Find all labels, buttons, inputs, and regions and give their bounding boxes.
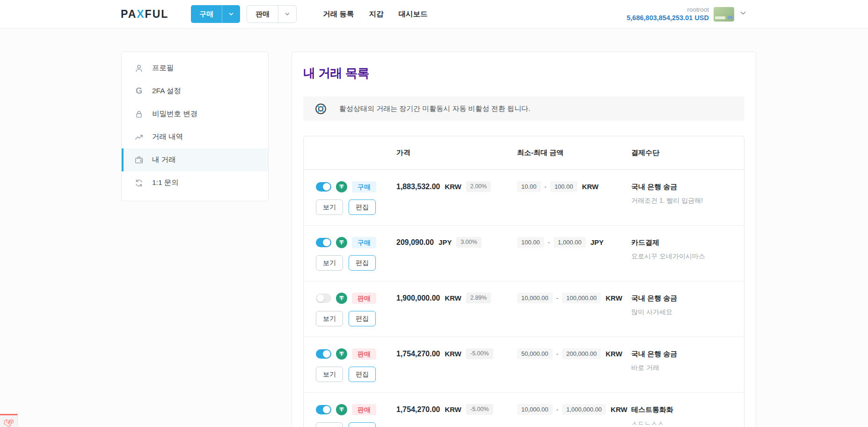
toggle-knob <box>323 239 330 246</box>
offer-range-currency: KRW <box>582 183 599 191</box>
column-header-range: 최소-최대 금액 <box>517 148 631 157</box>
offer-type-badge: 판매 <box>352 404 376 415</box>
main-nav: 거래 등록 지갑 대시보드 <box>323 9 427 19</box>
offer-type-badge: 판매 <box>352 348 376 360</box>
view-button[interactable]: 보기 <box>316 311 343 326</box>
offer-row: 구매 보기 편집 209,090.00 JPY 3.00% 100.00 - 1… <box>304 226 744 281</box>
offer-desc: 많이 사가세요 <box>631 308 735 316</box>
offer-price: 209,090.00 <box>396 238 434 247</box>
account-username: rootroot <box>627 6 709 14</box>
offer-max-amount: 200,000.00 <box>562 348 601 359</box>
sidebar-item-label: 프로필 <box>152 63 174 73</box>
offer-payment-method: 테스트통화화 <box>631 403 735 416</box>
offer-min-amount: 100.00 <box>517 237 544 248</box>
nav-wallet[interactable]: 지갑 <box>369 9 384 19</box>
edit-button[interactable]: 편집 <box>349 199 376 215</box>
sidebar-item-label: 비밀번호 변경 <box>152 109 197 119</box>
lock-icon <box>133 109 145 120</box>
offer-desc: 거래조건 1. 빨리 입금해! <box>631 196 735 205</box>
offer-active-toggle[interactable] <box>316 238 331 247</box>
offer-margin-percent: -5.00% <box>466 348 493 359</box>
view-button[interactable]: 보기 <box>316 422 343 427</box>
offer-payment-method: 국내 은행 송금 <box>631 292 735 304</box>
edit-button[interactable]: 편집 <box>349 367 376 382</box>
range-dash: - <box>556 350 558 357</box>
offer-active-toggle[interactable] <box>316 294 331 303</box>
sidebar-item-profile[interactable]: 프로필 <box>122 57 268 80</box>
view-button[interactable]: 보기 <box>316 199 343 215</box>
range-dash: - <box>548 239 550 246</box>
sidebar-item-label: 2FA 설정 <box>152 86 181 96</box>
chevron-down-icon <box>228 11 234 17</box>
offer-price: 1,900,000.00 <box>396 294 440 302</box>
offer-row: 판매 보기 편집 1,900,000.00 KRW 2.89% 10,000.0… <box>304 281 744 337</box>
offer-active-toggle[interactable] <box>316 182 331 191</box>
debugbar-toggle[interactable] <box>0 414 18 427</box>
sidebar-item-2fa[interactable]: G 2FA 설정 <box>122 80 268 103</box>
laravel-icon <box>3 418 15 427</box>
offer-margin-percent: 3.00% <box>456 237 481 248</box>
wallet-icon <box>133 155 145 166</box>
range-dash: - <box>556 294 558 302</box>
sidebar-item-inquiry[interactable]: 1:1 문의 <box>122 171 268 194</box>
buy-button-label[interactable]: 구매 <box>191 5 222 23</box>
nav-create-offer[interactable]: 거래 등록 <box>323 9 354 19</box>
sidebar-item-password[interactable]: 비밀번호 변경 <box>122 103 268 125</box>
offer-min-amount: 10,000.00 <box>517 293 553 303</box>
notice-banner: 활성상태의 거래는 장기간 미활동시 자동 비활성 전환 됩니다. <box>303 96 744 121</box>
sidebar-item-my-offers[interactable]: 내 거래 <box>122 148 268 171</box>
offer-row: 구매 보기 편집 1,883,532.00 KRW 2.00% 10.00 - … <box>304 170 744 226</box>
sidebar-item-label: 1:1 문의 <box>152 178 179 188</box>
edit-button[interactable]: 편집 <box>349 311 376 326</box>
offer-price-currency: JPY <box>438 238 452 246</box>
tether-icon <box>336 181 347 192</box>
sidebar-item-label: 내 거래 <box>152 155 176 165</box>
edit-button[interactable]: 편집 <box>349 255 376 271</box>
range-dash: - <box>556 406 558 413</box>
toggle-knob <box>317 294 324 302</box>
buy-button[interactable]: 구매 <box>191 5 240 23</box>
toggle-knob <box>323 406 330 413</box>
buy-dropdown-caret[interactable] <box>222 5 240 23</box>
view-button[interactable]: 보기 <box>316 367 343 382</box>
chevron-down-icon <box>739 9 747 19</box>
offer-type-badge: 구매 <box>352 181 376 192</box>
my-offers-panel: 내 거래 목록 활성상태의 거래는 장기간 미활동시 자동 비활성 전환 됩니다… <box>292 52 756 427</box>
offer-margin-percent: -5.00% <box>466 404 493 415</box>
avatar[interactable] <box>714 7 734 22</box>
edit-button[interactable]: 편집 <box>349 422 376 427</box>
column-header-price: 가격 <box>396 148 517 157</box>
offer-price: 1,754,270.00 <box>396 405 440 414</box>
refresh-icon <box>133 177 145 189</box>
offer-price-currency: KRW <box>445 183 461 191</box>
offer-price: 1,754,270.00 <box>396 350 440 358</box>
user-icon <box>133 63 145 74</box>
view-button[interactable]: 보기 <box>316 255 343 271</box>
nav-dashboard[interactable]: 대시보드 <box>399 9 428 19</box>
page-title: 내 거래 목록 <box>303 65 744 81</box>
toggle-knob <box>323 183 330 191</box>
offer-price-currency: KRW <box>445 405 461 413</box>
offer-price: 1,883,532.00 <box>396 183 440 191</box>
offer-margin-percent: 2.00% <box>466 181 491 192</box>
sell-dropdown-caret[interactable] <box>278 6 296 22</box>
offer-range-currency: JPY <box>591 238 604 246</box>
offer-active-toggle[interactable] <box>316 405 331 414</box>
offer-payment-method: 국내 은행 송금 <box>631 347 735 360</box>
offer-active-toggle[interactable] <box>316 349 331 359</box>
offer-rows: 구매 보기 편집 1,883,532.00 KRW 2.00% 10.00 - … <box>304 170 744 427</box>
paxful-logo[interactable]: PAXFUL <box>121 8 168 21</box>
trend-up-icon <box>133 132 145 143</box>
offer-min-amount: 50,000.00 <box>517 348 553 359</box>
sell-button[interactable]: 판매 <box>247 5 297 23</box>
range-dash: - <box>545 183 547 190</box>
tether-icon <box>336 293 347 304</box>
account-menu-caret[interactable] <box>739 9 747 19</box>
offer-max-amount: 100,000.00 <box>562 293 601 303</box>
offer-range-currency: KRW <box>605 350 622 358</box>
tether-icon <box>336 237 347 248</box>
chevron-down-icon <box>284 11 291 17</box>
sidebar-item-trade-history[interactable]: 거래 내역 <box>122 125 268 148</box>
sell-button-label[interactable]: 판매 <box>247 6 278 22</box>
account-balance[interactable]: 5,686,803,854,253.01 USD <box>627 14 709 22</box>
